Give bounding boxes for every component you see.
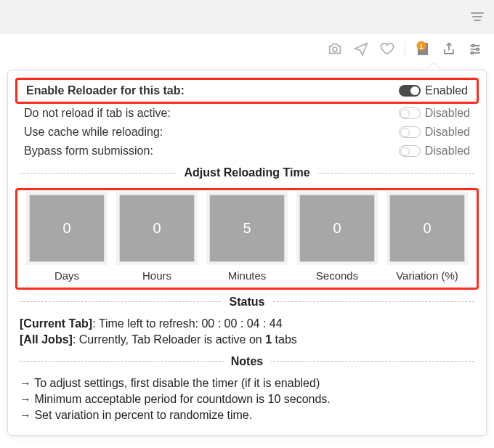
enable-row-highlight: Enable Reloader for this tab: Enabled bbox=[15, 78, 479, 104]
time-label: Days bbox=[54, 269, 79, 282]
time-input-minutes[interactable]: 5 bbox=[209, 195, 285, 262]
browser-title-bar bbox=[0, 0, 494, 33]
extension-popup-container: Enable Reloader for this tab: Enabled Do… bbox=[7, 70, 487, 436]
tab-reloader-extension-icon[interactable]: 1 bbox=[414, 40, 432, 57]
time-label: Seconds bbox=[316, 269, 358, 282]
time-label: Variation (%) bbox=[396, 269, 458, 282]
time-cell-days: 0 Days bbox=[25, 195, 109, 282]
toolbar-separator bbox=[405, 41, 405, 56]
section-title: Notes bbox=[224, 355, 270, 368]
extension-popup: Enable Reloader for this tab: Enabled Do… bbox=[7, 70, 487, 436]
time-cell-minutes: 5 Minutes bbox=[205, 195, 289, 282]
setting-state: Enabled bbox=[425, 84, 468, 97]
extension-badge-count: 1 bbox=[419, 43, 423, 50]
heart-icon[interactable] bbox=[378, 40, 396, 57]
status-text: tabs bbox=[272, 333, 297, 346]
setting-row-no-reload-active: Do not reload if tab is active: Disabled bbox=[20, 104, 474, 123]
setting-row-use-cache: Use cache while reloading: Disabled bbox=[20, 123, 474, 142]
status-text: : Currently, Tab Reloader is active on bbox=[73, 333, 265, 346]
svg-point-4 bbox=[471, 52, 473, 54]
status-current-tab: [Current Tab]: Time left to refresh: 00 … bbox=[20, 317, 474, 330]
time-label: Minutes bbox=[228, 269, 267, 282]
camera-icon[interactable] bbox=[326, 40, 344, 57]
status-all-jobs: [All Jobs]: Currently, Tab Reloader is a… bbox=[20, 333, 474, 346]
time-input-hours[interactable]: 0 bbox=[119, 195, 195, 262]
setting-label: Bypass form submission: bbox=[24, 144, 153, 158]
setting-label: Enable Reloader for this tab: bbox=[26, 84, 185, 97]
setting-label: Use cache while reloading: bbox=[24, 126, 163, 139]
note-line: → Set variation in percent to randomize … bbox=[20, 409, 474, 422]
toggle-no-reload-active[interactable] bbox=[399, 107, 421, 119]
window-menu-icon[interactable] bbox=[471, 12, 484, 21]
note-line: → Minimum acceptable period for countdow… bbox=[20, 393, 474, 406]
time-grid-highlight: 0 Days 0 Hours 5 Minutes 0 Seconds bbox=[15, 188, 479, 290]
settings-sliders-icon[interactable] bbox=[466, 40, 484, 57]
share-icon[interactable] bbox=[440, 40, 458, 57]
send-icon[interactable] bbox=[352, 40, 370, 57]
status-time: 00 : 00 : 04 : 44 bbox=[201, 317, 282, 330]
setting-label: Do not reload if tab is active: bbox=[24, 107, 171, 120]
setting-state: Disabled bbox=[425, 107, 470, 120]
svg-point-3 bbox=[477, 48, 479, 50]
section-title: Status bbox=[222, 296, 272, 309]
status-prefix: [All Jobs] bbox=[20, 333, 73, 346]
browser-toolbar: 1 bbox=[0, 33, 494, 64]
setting-row-enable-reloader: Enable Reloader for this tab: Enabled bbox=[22, 81, 472, 100]
section-status: Status [Current Tab]: Time left to refre… bbox=[20, 296, 474, 349]
status-count: 1 bbox=[265, 333, 272, 346]
toggle-bypass-form[interactable] bbox=[399, 145, 421, 157]
svg-point-2 bbox=[472, 44, 474, 46]
status-text: : Time left to refresh: bbox=[92, 317, 201, 330]
section-adjust-time: Adjust Reloading Time 0 Days 0 Hours 5 M… bbox=[20, 166, 474, 290]
setting-row-bypass-form: Bypass form submission: Disabled bbox=[20, 142, 474, 160]
svg-point-0 bbox=[333, 47, 337, 52]
toggle-use-cache[interactable] bbox=[399, 126, 421, 138]
section-notes: Notes → To adjust settings, first disabl… bbox=[20, 355, 474, 425]
time-label: Hours bbox=[142, 269, 171, 282]
note-line: → To adjust settings, first disable the … bbox=[20, 377, 474, 390]
status-prefix: [Current Tab] bbox=[20, 317, 92, 330]
setting-state: Disabled bbox=[425, 144, 470, 158]
time-cell-hours: 0 Hours bbox=[115, 195, 199, 282]
toggle-enable-reloader[interactable] bbox=[399, 85, 421, 97]
time-input-days[interactable]: 0 bbox=[29, 195, 105, 262]
section-title: Adjust Reloading Time bbox=[177, 166, 317, 179]
popup-caret-icon bbox=[427, 63, 440, 70]
time-input-seconds[interactable]: 0 bbox=[299, 195, 375, 262]
time-cell-variation: 0 Variation (%) bbox=[385, 195, 469, 282]
time-grid: 0 Days 0 Hours 5 Minutes 0 Seconds bbox=[22, 192, 472, 286]
time-cell-seconds: 0 Seconds bbox=[295, 195, 379, 282]
time-input-variation[interactable]: 0 bbox=[389, 195, 465, 262]
setting-state: Disabled bbox=[425, 126, 470, 139]
